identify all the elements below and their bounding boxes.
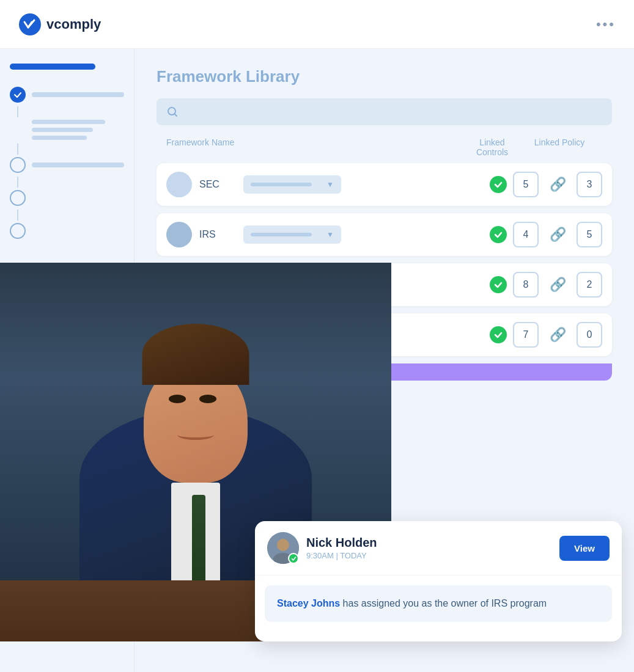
notif-avatar-badge [288,553,299,564]
sidebar-text-line-1c [32,136,87,140]
logo: vcomply [18,13,101,36]
header-linked-controls: Linked Controls [474,137,511,157]
notif-avatar-wrap [267,532,299,564]
sidebar-label-line-1 [32,92,124,97]
sidebar-connector-3 [17,177,18,188]
svg-point-3 [277,539,289,551]
sidebar-item-2[interactable] [10,157,124,173]
irs-check-icon [490,226,507,243]
framework-row-irs[interactable]: IRS ▼ 4 🔗 5 [157,213,612,256]
row4-check-icon [490,326,507,343]
sidebar-text-line-1b [32,128,93,132]
sidebar-connector-2 [17,144,18,155]
search-icon [166,106,179,118]
notif-user-info: Nick Holden 9:30AM | TODAY [306,536,377,560]
row4-policy-count: 0 [577,322,602,348]
sec-link-icon: 🔗 [545,172,570,197]
irs-link-icon: 🔗 [545,222,570,247]
logo-icon [18,13,42,36]
notification-card: Nick Holden 9:30AM | TODAY View Stacey J… [255,521,622,641]
row3-link-icon: 🔗 [545,272,570,298]
sec-row-right: 5 🔗 3 [490,172,602,197]
sec-name: SEC [199,179,236,190]
irs-avatar [166,222,192,247]
irs-policy-count: 5 [577,222,602,247]
sec-dropdown[interactable]: ▼ [243,175,341,194]
view-button[interactable]: View [559,536,610,561]
framework-row-sec[interactable]: SEC ▼ 5 🔗 3 [157,163,612,206]
table-headers: Framework Name Linked Controls Linked Po… [157,137,612,157]
sidebar-circle-outline-3 [10,223,26,239]
header-menu-dots[interactable]: ••• [596,16,616,32]
row3-policy-count: 2 [577,272,602,298]
logo-text: vcomply [46,16,101,32]
sec-dropdown-bar [251,183,312,186]
row3-controls-count: 8 [513,272,539,298]
sidebar-text-block-1 [32,120,124,140]
page-title: Framework Library [157,67,612,86]
notif-bottom-padding [255,632,622,641]
row4-controls-count: 7 [513,322,539,348]
irs-controls-count: 4 [513,222,539,247]
notif-message-rest: has assigned you as the owner of IRS pro… [340,598,547,608]
header-linked-policy: Linked Policy [517,137,602,157]
sidebar-circle-outline-1 [10,157,26,173]
search-bar[interactable] [157,98,612,125]
sec-avatar [166,172,192,197]
sidebar-item-3[interactable] [10,190,124,206]
irs-dropdown-arrow: ▼ [326,230,334,239]
sidebar-circle-outline-2 [10,190,26,206]
sidebar-circle-active [10,87,26,103]
irs-dropdown[interactable]: ▼ [243,225,341,244]
irs-dropdown-bar [251,233,312,236]
sec-dropdown-arrow: ▼ [326,180,334,189]
sec-controls-count: 5 [513,172,539,197]
sidebar-item-1[interactable] [10,87,124,103]
notif-time: 9:30AM | TODAY [306,551,377,560]
sidebar-connector-1 [17,106,18,117]
sec-check-icon [490,176,507,193]
notif-highlight-name: Stacey Johns [277,598,340,608]
row4-link-icon: 🔗 [545,322,570,348]
sidebar-text-line-1a [32,120,105,124]
irs-name: IRS [199,229,236,240]
sec-policy-count: 3 [577,172,602,197]
sidebar-connector-4 [17,210,18,221]
sidebar-progress-bar [10,64,95,70]
header-framework-name: Framework Name [166,137,407,157]
notif-user-name: Nick Holden [306,536,377,550]
header: vcomply ••• [0,0,634,49]
sidebar-item-4[interactable] [10,223,124,239]
notification-header: Nick Holden 9:30AM | TODAY View [255,521,622,575]
sidebar-label-line-2 [32,163,124,167]
irs-row-right: 4 🔗 5 [490,222,602,247]
row3-check-icon [490,276,507,293]
notif-user: Nick Holden 9:30AM | TODAY [267,532,377,564]
notification-body: Stacey Johns has assigned you as the own… [265,585,612,622]
